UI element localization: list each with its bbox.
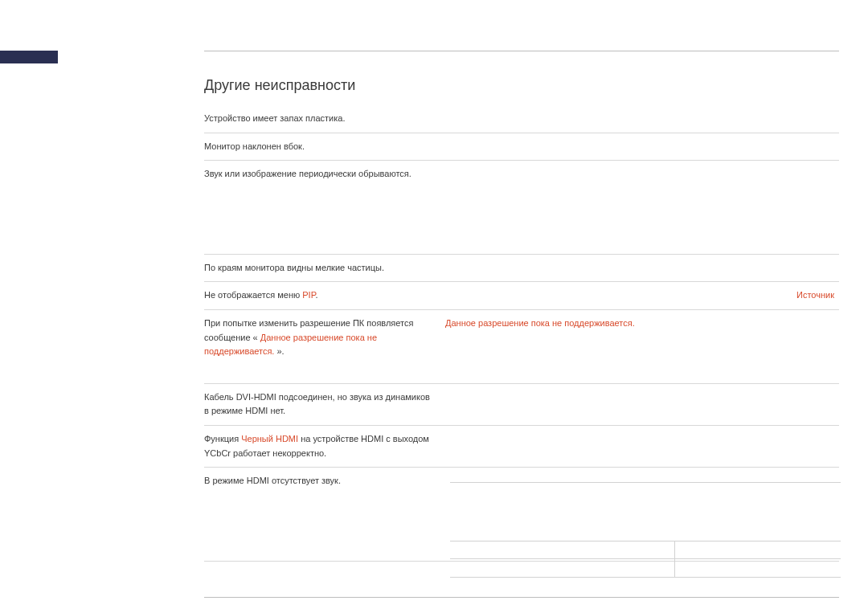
problem-cell: При попытке изменить разрешение ПК появл… — [204, 309, 445, 383]
section-title: Другие неисправности — [204, 77, 839, 94]
problem-text: Монитор наклонен вбок. — [204, 141, 305, 151]
problem-text: Кабель DVI-HDMI подсоединен, но звука из… — [204, 392, 430, 416]
problem-text: Звук или изображение периодически обрыва… — [204, 169, 411, 178]
table-row: По краям монитора видны мелкие частицы. — [204, 254, 839, 282]
problem-text: Не отображается меню — [204, 290, 302, 300]
table-row: Монитор наклонен вбок. — [204, 133, 839, 161]
solution-cell — [445, 133, 839, 161]
solution-cell — [445, 161, 839, 255]
grid-cell-left — [450, 541, 675, 558]
highlight-text: Черный HDMI — [241, 434, 298, 443]
problem-cell: В режиме HDMI отсутствует звук. — [204, 468, 445, 562]
page: Другие неисправности Устройство имеет за… — [0, 0, 868, 613]
problem-cell: Кабель DVI-HDMI подсоединен, но звука из… — [204, 383, 445, 425]
grid-cell-right — [675, 559, 841, 577]
problem-cell: Не отображается меню PIP. — [204, 282, 445, 310]
lower-grid — [450, 482, 841, 578]
highlight-text: Данное разрешение пока не поддерживается… — [445, 318, 635, 328]
table-row: Функция Черный HDMI на устройстве HDMI с… — [204, 425, 839, 467]
table-row: Кабель DVI-HDMI подсоединен, но звука из… — [204, 383, 839, 425]
problem-cell: Функция Черный HDMI на устройстве HDMI с… — [204, 425, 445, 467]
grid-cell-right — [675, 541, 841, 558]
table-row: Не отображается меню PIP.Источник — [204, 282, 839, 310]
solution-cell — [445, 254, 839, 282]
bottom-divider — [204, 597, 839, 598]
problem-cell: Устройство имеет запах пластика. — [204, 105, 445, 133]
table-row: Звук или изображение периодически обрыва… — [204, 161, 839, 255]
solution-cell — [445, 105, 839, 133]
solution-cell: Источник — [445, 282, 839, 310]
grid-row — [450, 541, 841, 559]
sidebar-chip — [0, 51, 58, 63]
problem-text: . — [316, 290, 318, 300]
grid-row — [450, 559, 841, 578]
problem-text: В режиме HDMI отсутствует звук. — [204, 476, 341, 485]
highlight-text: PIP — [302, 290, 315, 300]
problem-cell: По краям монитора видны мелкие частицы. — [204, 254, 445, 282]
problem-cell: Звук или изображение периодически обрыва… — [204, 161, 445, 255]
grid-cell-left — [450, 559, 675, 577]
problem-text: ». — [276, 346, 284, 356]
solution-cell — [445, 383, 839, 425]
table-row: Устройство имеет запах пластика. — [204, 105, 839, 133]
table-row: При попытке изменить разрешение ПК появл… — [204, 309, 839, 383]
problem-text: Устройство имеет запах пластика. — [204, 113, 345, 123]
problem-cell: Монитор наклонен вбок. — [204, 133, 445, 161]
highlight-text: Источник — [796, 290, 834, 300]
solution-cell: Данное разрешение пока не поддерживается… — [445, 309, 839, 383]
problem-text: По краям монитора видны мелкие частицы. — [204, 263, 384, 272]
problem-text: Функция — [204, 434, 241, 443]
solution-cell — [445, 425, 839, 467]
top-divider — [204, 51, 839, 51]
